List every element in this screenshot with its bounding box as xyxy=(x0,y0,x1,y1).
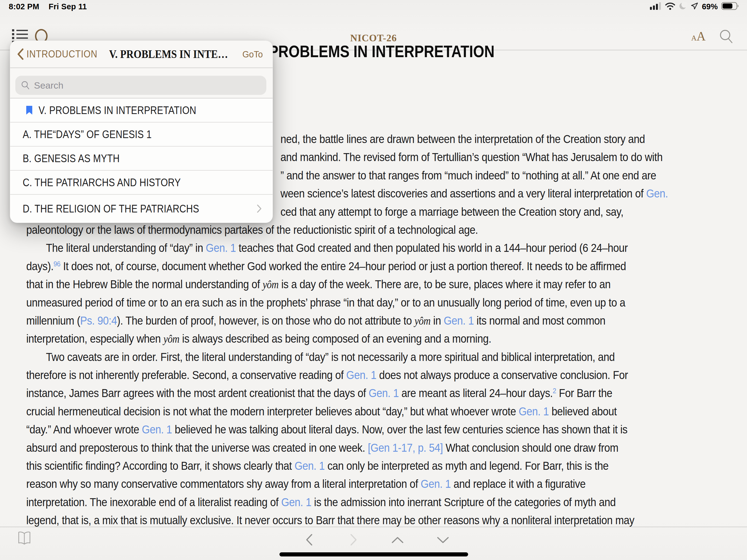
text-line: crucial hermeneutical decision is not wh… xyxy=(26,403,656,421)
text-segment: in xyxy=(430,314,443,327)
toc-list: V. PROBLEMS IN INTERPRETATIONA. THE“DAYS… xyxy=(10,98,273,223)
text-segment: “day.” And whoever wrote xyxy=(26,423,142,436)
search-field[interactable] xyxy=(15,76,266,95)
date: Fri Sep 11 xyxy=(49,2,87,11)
transliterated-word: yôm xyxy=(262,278,278,291)
text-segment: The literal understanding of “day” in xyxy=(46,241,206,254)
scripture-link[interactable]: Gen. 1 xyxy=(294,459,325,472)
reader-app: 8:02 PMFri Sep 11 xyxy=(0,0,747,560)
text-segment: is always described as being composed of… xyxy=(179,332,491,345)
text-line: paleontology or the laws of thermodynami… xyxy=(26,221,656,239)
text-segment: ” and the answer to that ranges from “mu… xyxy=(281,169,656,182)
text-segment: ned, the battle lines are drawn between … xyxy=(281,133,645,146)
contents-popover: INTRODUCTION V. PROBLEMS IN INTE… GoTo V… xyxy=(10,41,273,223)
text-segment: It does not, of course, document whether… xyxy=(60,260,626,273)
toc-item-label: V. PROBLEMS IN INTERPRETATION xyxy=(38,104,228,117)
text-line: Two caveats are in order. First, the lit… xyxy=(26,348,656,366)
text-segment: is the admission into inerrant Scripture… xyxy=(311,496,616,509)
bookmark-icon xyxy=(26,105,32,115)
text-line: unmeasured period of time or to an era s… xyxy=(26,294,656,312)
text-line: therefore is not inherently preferable. … xyxy=(26,366,656,384)
bottom-toolbar xyxy=(0,527,747,552)
scripture-link[interactable]: Ps. 90:4 xyxy=(80,314,117,327)
status-bar: 8:02 PMFri Sep 11 xyxy=(0,0,747,12)
footnote-link[interactable]: 96 xyxy=(54,260,60,268)
text-segment: and replace it with a figurative xyxy=(451,478,586,490)
status-right: 69% xyxy=(650,2,739,11)
text-segment: millennium ( xyxy=(26,314,80,327)
toc-item[interactable]: V. PROBLEMS IN INTERPRETATION xyxy=(10,98,273,123)
chevron-up-icon[interactable] xyxy=(391,536,404,545)
text-line: millennium (Ps. 90:4). The burden of pro… xyxy=(26,312,656,330)
text-line: reason why so many conservative commenta… xyxy=(26,475,656,493)
search-icon xyxy=(21,81,29,90)
toc-item[interactable]: D. THE RELIGION OF THE PATRIARCHS xyxy=(10,195,273,223)
chevron-right-icon xyxy=(257,204,262,213)
scripture-link[interactable]: Gen. 1 xyxy=(368,387,398,400)
footnote-link[interactable]: 2 xyxy=(552,387,556,395)
text-line: The literal understanding of “day” in Ge… xyxy=(26,239,656,257)
text-segment: are meant as literal 24–hour days. xyxy=(398,387,552,400)
transliterated-word: yôm xyxy=(163,333,179,345)
goto-button[interactable]: GoTo xyxy=(242,49,263,59)
toc-item-label: B. GENESIS AS MYTH xyxy=(23,152,226,164)
text-line: interpretation. The inexorable end of a … xyxy=(26,493,656,511)
popover-search-area xyxy=(10,68,273,98)
text-segment: ced that any attempt to forge a marriage… xyxy=(281,205,623,218)
text-line: absurd and preposterous to think that th… xyxy=(26,439,656,457)
back-button[interactable]: INTRODUCTION xyxy=(17,48,105,60)
toc-item[interactable]: C. THE PATRIARCHS AND HISTORY xyxy=(10,171,273,195)
text-line: “day.” And whoever wrote Gen. 1 believed… xyxy=(26,421,656,439)
scripture-link[interactable]: Gen. 1 xyxy=(444,314,474,327)
text-segment: teaches that God created and then popula… xyxy=(236,241,628,254)
toc-item[interactable]: B. GENESIS AS MYTH xyxy=(10,147,273,171)
scripture-link[interactable]: Gen. 1 xyxy=(421,478,451,490)
chevron-left-icon[interactable] xyxy=(306,534,313,547)
scripture-link[interactable]: Gen. 1 xyxy=(206,241,236,254)
text-segment: can only be interpreted as myth and lege… xyxy=(325,459,609,472)
search-input[interactable] xyxy=(33,80,260,91)
text-line: that in the Hebrew Bible the normal unde… xyxy=(26,275,656,294)
toc-item-label: D. THE RELIGION OF THE PATRIARCHS xyxy=(23,203,222,215)
text-segment: crucial hermeneutical decision is not wh… xyxy=(26,405,519,418)
text-segment: unmeasured period of time or to an era s… xyxy=(26,296,625,309)
home-indicator[interactable] xyxy=(279,552,468,556)
scripture-link[interactable]: Gen. 1 xyxy=(142,423,172,436)
chevron-right-icon[interactable] xyxy=(350,534,357,547)
text-segment: therefore is not inherently preferable. … xyxy=(26,368,346,381)
text-segment: this scientific finding? According to Ba… xyxy=(26,459,294,472)
cellular-signal-icon xyxy=(650,2,662,11)
battery-percent: 69% xyxy=(702,2,718,11)
text-segment: interpretation, especially when xyxy=(26,332,163,345)
text-segment: interpretation. The inexorable end of a … xyxy=(26,496,281,509)
text-segment: and mankind. The revised form of Tertull… xyxy=(281,151,663,163)
text-segment: Two caveats are in order. First, the lit… xyxy=(46,351,615,363)
scripture-link[interactable]: Gen. 1 xyxy=(281,496,311,509)
scripture-link[interactable]: [Gen 1-17, p. 54] xyxy=(368,441,443,454)
text-segment: believed he was talking about literal da… xyxy=(172,423,627,436)
text-line: this scientific finding? According to Ba… xyxy=(26,457,656,475)
scripture-link[interactable]: Gen. 1 xyxy=(519,405,549,418)
top-toolbar: NICOT-26 AA xyxy=(0,12,747,38)
text-line: instance, James Barr agrees with the mos… xyxy=(26,384,656,402)
text-segment: ween science’s latest discoveries and as… xyxy=(281,187,646,200)
chevron-down-icon[interactable] xyxy=(437,536,449,545)
text-segment: that in the Hebrew Bible the normal unde… xyxy=(26,278,262,291)
text-segment: instance, James Barr agrees with the mos… xyxy=(26,387,368,400)
wifi-icon xyxy=(665,2,675,11)
scripture-link[interactable]: Gen. xyxy=(646,187,668,200)
popover-title: V. PROBLEMS IN INTE… xyxy=(109,48,237,61)
text-line: interpretation, especially when yôm is a… xyxy=(26,330,656,348)
text-segment: reason why so many conservative commenta… xyxy=(26,478,421,490)
text-segment: paleontology or the laws of thermodynami… xyxy=(26,223,478,236)
toc-item[interactable]: A. THE“DAYS” OF GENESIS 1 xyxy=(10,123,273,147)
text-line: days).96 It does not, of course, documen… xyxy=(26,257,656,275)
text-segment: For Barr the xyxy=(556,387,612,400)
toc-item-label: C. THE PATRIARCHS AND HISTORY xyxy=(23,176,226,189)
status-left: 8:02 PMFri Sep 11 xyxy=(9,2,87,11)
text-segment: absurd and preposterous to think that th… xyxy=(26,441,368,454)
open-book-icon[interactable] xyxy=(18,531,31,546)
battery-icon xyxy=(721,2,739,11)
text-segment: does not always produce a conservative c… xyxy=(377,368,628,381)
scripture-link[interactable]: Gen. 1 xyxy=(346,368,376,381)
